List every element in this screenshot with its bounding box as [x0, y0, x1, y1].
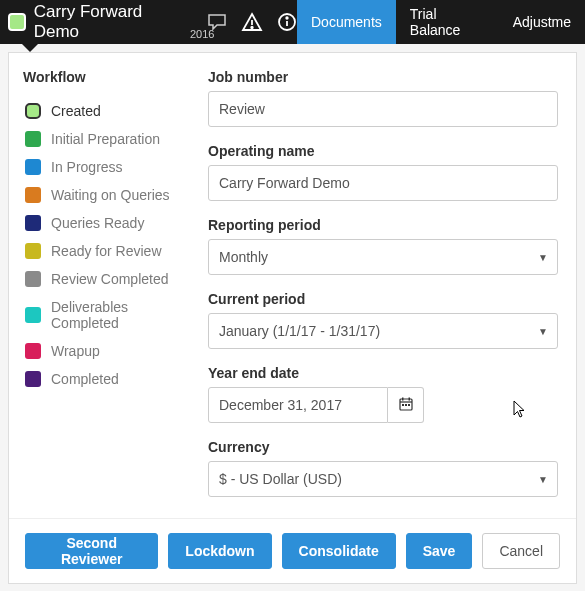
save-button[interactable]: Save	[406, 533, 473, 569]
tab-adjustments[interactable]: Adjustme	[499, 0, 585, 44]
main-panel: Workflow CreatedInitial PreparationIn Pr…	[8, 52, 577, 584]
input-operating-name[interactable]	[208, 165, 558, 201]
top-bar: Carry Forward Demo 2016 Documents Trial …	[0, 0, 585, 44]
cancel-button[interactable]: Cancel	[482, 533, 560, 569]
footer-bar: Second Reviewer Lockdown Consolidate Sav…	[9, 518, 576, 583]
app-title: Carry Forward Demo	[34, 2, 189, 42]
workflow-label: Wrapup	[51, 343, 100, 359]
workflow-label: Queries Ready	[51, 215, 144, 231]
workflow-label: Created	[51, 103, 101, 119]
content-area: Workflow CreatedInitial PreparationIn Pr…	[9, 53, 576, 518]
select-current-period[interactable]: January (1/1/17 - 1/31/17)	[208, 313, 558, 349]
input-job-number[interactable]	[208, 91, 558, 127]
workflow-item[interactable]: In Progress	[23, 153, 190, 181]
workflow-item[interactable]: Deliverables Completed	[23, 293, 190, 337]
workflow-swatch	[25, 307, 41, 323]
label-operating-name: Operating name	[208, 143, 558, 159]
calendar-icon	[399, 397, 413, 414]
svg-point-4	[286, 17, 288, 19]
workflow-item[interactable]: Completed	[23, 365, 190, 393]
form-area: Job number Operating name Reporting peri…	[204, 53, 576, 518]
dropdown-caret-indicator	[22, 44, 38, 52]
workflow-label: Deliverables Completed	[51, 299, 188, 331]
workflow-swatch	[25, 131, 41, 147]
workflow-item[interactable]: Wrapup	[23, 337, 190, 365]
workflow-swatch	[25, 371, 41, 387]
field-job-number: Job number	[208, 69, 558, 127]
workflow-label: Review Completed	[51, 271, 169, 287]
workflow-label: In Progress	[51, 159, 123, 175]
tab-trial-balance[interactable]: Trial Balance	[396, 0, 499, 44]
svg-rect-11	[408, 404, 410, 406]
warning-icon[interactable]	[241, 12, 263, 32]
field-operating-name: Operating name	[208, 143, 558, 201]
workflow-label: Waiting on Queries	[51, 187, 170, 203]
workflow-item[interactable]: Waiting on Queries	[23, 181, 190, 209]
field-current-period: Current period January (1/1/17 - 1/31/17…	[208, 291, 558, 349]
svg-rect-7	[402, 397, 404, 400]
label-year-end-date: Year end date	[208, 365, 558, 381]
workflow-swatch	[25, 215, 41, 231]
svg-point-1	[251, 27, 253, 29]
label-job-number: Job number	[208, 69, 558, 85]
workflow-swatch	[25, 343, 41, 359]
workflow-swatch	[25, 243, 41, 259]
workflow-item[interactable]: Created	[23, 97, 190, 125]
top-icons	[207, 12, 297, 32]
workflow-item[interactable]: Review Completed	[23, 265, 190, 293]
select-currency[interactable]: $ - US Dollar (USD)	[208, 461, 558, 497]
workflow-sidebar: Workflow CreatedInitial PreparationIn Pr…	[9, 53, 204, 518]
field-year-end-date: Year end date	[208, 365, 558, 423]
label-reporting-period: Reporting period	[208, 217, 558, 233]
status-indicator	[8, 13, 26, 31]
workflow-swatch	[25, 187, 41, 203]
field-currency: Currency $ - US Dollar (USD) ▼	[208, 439, 558, 497]
workflow-label: Ready for Review	[51, 243, 162, 259]
calendar-button[interactable]	[388, 387, 424, 423]
workflow-label: Initial Preparation	[51, 131, 160, 147]
workflow-swatch	[25, 271, 41, 287]
label-currency: Currency	[208, 439, 558, 455]
workflow-swatch	[25, 103, 41, 119]
second-reviewer-button[interactable]: Second Reviewer	[25, 533, 158, 569]
consolidate-button[interactable]: Consolidate	[282, 533, 396, 569]
info-icon[interactable]	[277, 12, 297, 32]
workflow-item[interactable]: Ready for Review	[23, 237, 190, 265]
workflow-item[interactable]: Initial Preparation	[23, 125, 190, 153]
svg-rect-10	[405, 404, 407, 406]
lockdown-button[interactable]: Lockdown	[168, 533, 271, 569]
input-year-end-date[interactable]	[208, 387, 388, 423]
field-reporting-period: Reporting period Monthly ▼	[208, 217, 558, 275]
workflow-title: Workflow	[23, 69, 190, 85]
workflow-item[interactable]: Queries Ready	[23, 209, 190, 237]
workflow-label: Completed	[51, 371, 119, 387]
tab-bar: Documents Trial Balance Adjustme	[297, 0, 585, 44]
svg-rect-8	[408, 397, 410, 400]
svg-rect-9	[402, 404, 404, 406]
tab-documents[interactable]: Documents	[297, 0, 396, 44]
year-badge: 2016	[190, 28, 214, 40]
workflow-swatch	[25, 159, 41, 175]
label-current-period: Current period	[208, 291, 558, 307]
select-reporting-period[interactable]: Monthly	[208, 239, 558, 275]
